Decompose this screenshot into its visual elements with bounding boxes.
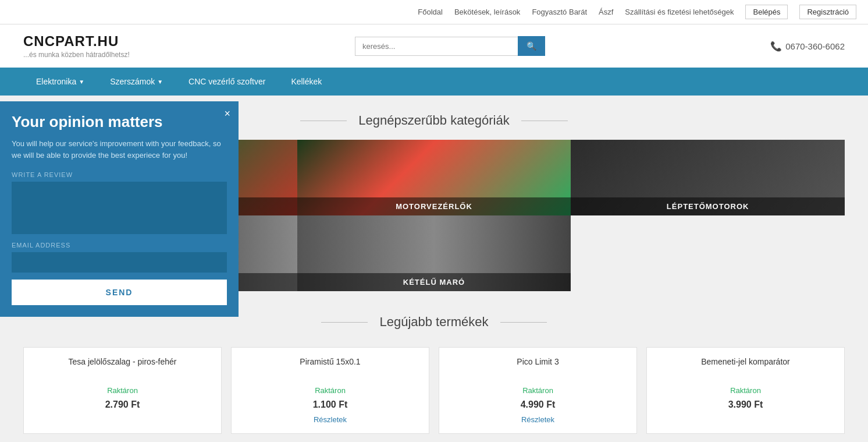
nav-link-fogyaszto[interactable]: Fogyasztó Barát xyxy=(532,8,587,16)
nav-cnc[interactable]: CNC vezérlő szoftver xyxy=(176,68,278,96)
logo-area: CNCPART.HU ...és munka közben hátradőlhe… xyxy=(23,33,130,59)
register-button[interactable]: Regisztráció xyxy=(799,5,856,19)
product-status-1: Raktáron xyxy=(241,386,419,395)
product-price-0: 2.790 Ft xyxy=(33,399,212,410)
category-item-lepteto[interactable]: LÉPTETŐMOTOROK xyxy=(571,140,845,215)
product-status-2: Raktáron xyxy=(449,386,627,395)
product-status-3: Raktáron xyxy=(656,386,835,395)
product-price-2: 4.990 Ft xyxy=(449,399,627,410)
product-name-2: Pico Limit 3 xyxy=(449,357,627,380)
popup-review-label: WRITE A REVIEW xyxy=(12,171,227,178)
page-content: Legnépszerűbb kategóriák ELEKTRONIKA MOT… xyxy=(0,96,868,442)
category-item-ketelu[interactable]: KÉTÉLŰ MARÓ xyxy=(297,215,571,291)
nav-link-bekotesek[interactable]: Bekötések, leírások xyxy=(454,8,520,16)
popup-description: You will help our service's improvement … xyxy=(12,138,227,161)
latest-products-section: Legújabb termékek Tesa jelölőszalag - pi… xyxy=(0,297,868,442)
product-price-1: 1.100 Ft xyxy=(241,399,419,410)
popup-title: Your opinion matters xyxy=(12,113,227,131)
product-card-0[interactable]: Tesa jelölőszalag - piros-fehér Raktáron… xyxy=(23,347,222,434)
popup-close-button[interactable]: × xyxy=(224,108,230,119)
header: CNCPART.HU ...és munka közben hátradőlhe… xyxy=(0,24,868,68)
main-nav: Elektronika ▼ Szerszámok ▼ CNC vezérlő s… xyxy=(0,68,868,96)
nav-szerszamok[interactable]: Szerszámok ▼ xyxy=(97,68,176,96)
nav-link-szallitasi[interactable]: Szállítási és fizetési lehetőségek xyxy=(625,8,734,16)
phone-icon: 📞 xyxy=(770,41,782,52)
chevron-down-icon: ▼ xyxy=(157,79,163,85)
login-button[interactable]: Belépés xyxy=(745,5,788,19)
products-grid: Tesa jelölőszalag - piros-fehér Raktáron… xyxy=(23,347,845,434)
product-name-0: Tesa jelölőszalag - piros-fehér xyxy=(33,357,212,380)
search-area: 🔍 xyxy=(355,36,545,56)
search-input[interactable] xyxy=(355,37,518,56)
search-button[interactable]: 🔍 xyxy=(518,36,545,56)
product-link-2[interactable]: Részletek xyxy=(521,415,554,424)
popup-send-button[interactable]: SEND xyxy=(12,280,227,305)
popup-email-label: EMAIL ADDRESS xyxy=(12,242,227,249)
search-icon: 🔍 xyxy=(527,41,536,51)
product-name-1: Piramistű 15x0.1 xyxy=(241,357,419,380)
product-name-3: Bemeneti-jel komparátor xyxy=(656,357,835,380)
nav-kellekek[interactable]: Kellékek xyxy=(278,68,335,96)
popup-review-textarea[interactable] xyxy=(12,182,227,234)
product-price-3: 3.990 Ft xyxy=(656,399,835,410)
phone-area: 📞 0670-360-6062 xyxy=(770,41,845,52)
review-popup: × Your opinion matters You will help our… xyxy=(0,101,239,317)
product-card-2[interactable]: Pico Limit 3 Raktáron 4.990 Ft Részletek xyxy=(439,347,637,434)
nav-link-fooldal[interactable]: Főoldal xyxy=(418,8,443,16)
product-card-3[interactable]: Bemeneti-jel komparátor Raktáron 3.990 F… xyxy=(646,347,845,434)
nav-elektronika[interactable]: Elektronika ▼ xyxy=(23,68,97,96)
category-item-motorvez[interactable]: MOTORVEZÉRLŐK xyxy=(297,140,571,215)
nav-link-aszf[interactable]: Ászf xyxy=(599,8,613,16)
logo-subtitle: ...és munka közben hátradőlhetsz! xyxy=(23,51,130,59)
chevron-down-icon: ▼ xyxy=(79,79,84,85)
phone-number: 0670-360-6062 xyxy=(785,41,845,51)
product-link-1[interactable]: Részletek xyxy=(314,415,347,424)
product-status-0: Raktáron xyxy=(33,386,212,395)
popup-email-input[interactable] xyxy=(12,252,227,273)
product-card-1[interactable]: Piramistű 15x0.1 Raktáron 1.100 Ft Részl… xyxy=(231,347,429,434)
logo-title: CNCPART.HU xyxy=(23,33,130,49)
top-nav: Főoldal Bekötések, leírások Fogyasztó Ba… xyxy=(0,0,868,24)
